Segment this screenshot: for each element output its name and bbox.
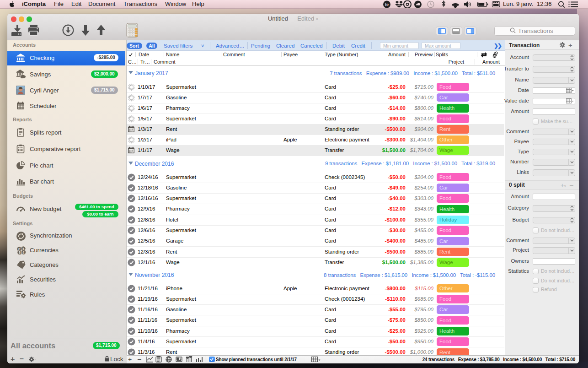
svg-text:£: £ bbox=[23, 250, 25, 254]
svg-text:¥: ¥ bbox=[22, 247, 24, 250]
svg-text:€: € bbox=[18, 247, 20, 250]
svg-text:$: $ bbox=[19, 251, 21, 254]
svg-text:te: te bbox=[385, 2, 389, 7]
